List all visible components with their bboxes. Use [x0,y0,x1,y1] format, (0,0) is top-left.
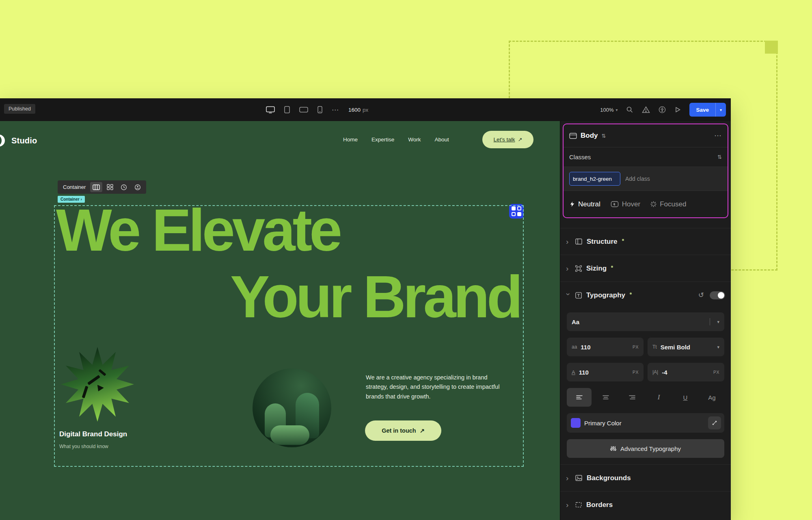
italic-button[interactable]: I [646,388,671,407]
typography-icon [575,292,582,299]
font-features-button[interactable]: Ag [700,388,724,407]
columns-layout-icon[interactable] [90,182,102,192]
add-class-input[interactable] [625,176,722,182]
component-widget-button[interactable] [509,204,524,219]
element-switcher-icon[interactable]: ⇅ [602,133,606,139]
site-logo[interactable]: Studio [0,133,37,148]
align-center-button[interactable] [593,388,618,407]
font-size-input[interactable]: aa 110 PX [567,338,644,356]
align-left-button[interactable] [567,388,592,407]
classes-label: Classes [569,154,591,160]
chevron-down-icon: ▾ [720,108,722,112]
cursor-icon [611,201,619,207]
line-height-value: 110 [579,369,589,376]
zoom-select[interactable]: 100% ▾ [600,107,618,113]
state-tab-neutral[interactable]: Neutral [570,200,600,208]
section-borders[interactable]: › Borders [560,491,731,518]
borders-icon [575,502,582,508]
section-sizing[interactable]: › Sizing [560,255,731,282]
font-size-unit: PX [633,344,639,349]
state-tabs: Neutral Hover Focused [564,191,728,217]
text-color-row[interactable]: Primary Color [567,413,724,433]
lets-talk-label: Let's talk [494,136,515,143]
letter-spacing-value: -4 [662,369,667,376]
design-canvas[interactable]: Studio Home Expertise Work About Let's t… [0,121,560,520]
nav-link-work[interactable]: Work [408,136,421,143]
align-right-button[interactable] [620,388,645,407]
mobile-breakpoint-icon[interactable] [317,106,322,113]
accessibility-icon[interactable] [659,106,666,113]
headline-line2: Your Brand [230,267,520,327]
starburst-graphic [61,347,134,422]
line-height-unit: PX [633,370,639,375]
section-borders-label: Borders [586,501,613,509]
profile-icon[interactable] [132,182,144,192]
color-swatch[interactable] [571,418,581,428]
more-options-icon[interactable]: ⋯ [714,131,722,140]
advanced-typography-button[interactable]: Advanced Typography [567,439,724,458]
grid-layout-icon[interactable] [104,182,116,192]
selected-element-chip[interactable]: Container [58,180,91,194]
clock-icon[interactable] [118,182,130,192]
nav-link-about[interactable]: About [435,136,449,143]
search-icon[interactable] [626,106,633,113]
nav-link-home[interactable]: Home [343,136,358,143]
desktop-breakpoint-icon[interactable] [266,106,275,113]
reset-icon[interactable]: ↺ [698,291,704,299]
swap-color-button[interactable] [708,416,721,429]
warning-icon[interactable] [642,106,650,113]
section-typography-label: Typography [586,291,625,299]
state-neutral-label: Neutral [578,200,600,208]
page: Published ⋯ 1600 px [0,0,812,520]
font-family-select[interactable]: Aa ▾ [567,312,724,331]
nav-link-expertise[interactable]: Expertise [371,136,394,143]
tablet-breakpoint-icon[interactable] [284,106,290,113]
section-typography[interactable]: › Typography ↺ [560,282,731,308]
get-in-touch-button[interactable]: Get in touch ↗ [365,420,441,441]
state-tab-focused[interactable]: Focused [650,200,686,208]
sizing-icon [575,265,582,272]
element-name[interactable]: Body [581,132,598,140]
line-height-input[interactable]: A 110 PX [567,363,644,381]
element-row: Body ⇅ ⋯ [564,124,728,147]
sliders-icon [610,446,616,451]
typography-toggle[interactable] [710,291,725,299]
override-dot [630,292,632,295]
font-preview: Aa [572,318,579,325]
feature-subtitle: What you should know [59,444,108,449]
letter-spacing-input[interactable]: |A| -4 PX [648,363,724,381]
save-dropdown-button[interactable]: ▾ [715,103,726,117]
get-in-touch-label: Get in touch [382,427,416,434]
arrow-up-right-icon: ↗ [420,427,425,434]
class-token-input[interactable] [569,172,620,186]
starburst-mark [87,375,100,385]
body-element-icon [569,133,577,139]
save-button[interactable]: Save [689,103,715,117]
intro-paragraph: We are a creative agency specializing in… [366,373,509,401]
letter-spacing-unit: PX [713,370,719,375]
section-backgrounds[interactable]: › Backgrounds [560,464,731,491]
preview-icon[interactable] [674,106,681,113]
arrow-up-right-icon: ↗ [518,136,522,143]
more-breakpoints-icon[interactable]: ⋯ [332,106,339,114]
letter-spacing-icon: |A| [652,369,658,375]
font-weight-select[interactable]: Tt Semi Bold ▾ [648,338,724,356]
lets-talk-button[interactable]: Let's talk ↗ [482,131,533,148]
backgrounds-icon [575,475,582,481]
structure-icon [575,238,582,245]
text-style-buttons: I U Ag [567,388,724,407]
chevron-right-icon: › [566,500,571,509]
italic-glyph: I [658,393,660,401]
circular-image [253,368,331,447]
landscape-breakpoint-icon[interactable] [299,107,308,113]
decorative-square [765,41,778,54]
selection-toolbar [88,180,146,194]
state-tab-hover[interactable]: Hover [611,200,640,208]
state-focused-label: Focused [660,200,686,208]
editor-window: Published ⋯ 1600 px [0,98,731,520]
section-structure[interactable]: › Structure [560,228,731,255]
underline-button[interactable]: U [673,388,698,407]
starburst-mark [82,386,89,399]
classes-select-icon[interactable]: ⇅ [717,154,722,160]
chevron-down-icon: ▾ [717,344,719,350]
